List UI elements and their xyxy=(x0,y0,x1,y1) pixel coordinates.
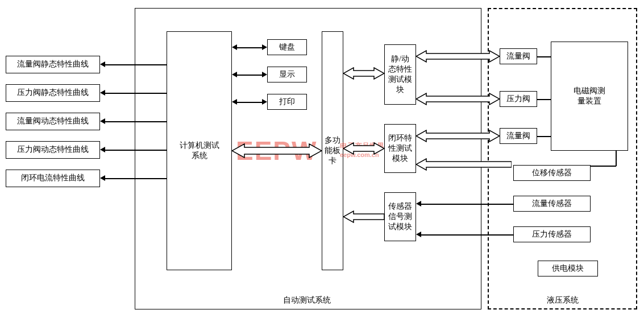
output-label: 压力阀静态特性曲线 xyxy=(17,88,89,98)
valve-flow-1: 流量阀 xyxy=(500,48,537,64)
peripheral-display: 显示 xyxy=(267,67,307,82)
output-flow-valve-static: 流量阀静态特性曲线 xyxy=(6,56,100,73)
arrow-line xyxy=(537,99,551,100)
arrow-line xyxy=(105,121,167,122)
multifunction-card-label: 多功 能板 卡 xyxy=(325,135,340,167)
arrow-head-left-icon xyxy=(100,147,105,152)
output-closed-loop-current: 闭环电流特性曲线 xyxy=(6,170,100,187)
module-static-dynamic: 静/动 态特性 测试模 块 xyxy=(384,44,416,105)
module-label: 闭环特 性测试 模块 xyxy=(388,133,412,164)
svg-marker-6 xyxy=(416,130,500,142)
open-double-arrow-icon xyxy=(416,50,500,63)
svg-marker-5 xyxy=(416,93,500,105)
arrow-line xyxy=(105,93,167,94)
multifunction-card: 多功 能板 卡 xyxy=(322,31,343,270)
svg-marker-4 xyxy=(416,51,500,62)
module-sensor-signal: 传感器 信号测 试模块 xyxy=(384,192,416,241)
arrow-head-left-icon xyxy=(100,61,105,67)
peripheral-keyboard: 键盘 xyxy=(267,39,307,55)
arrow-line xyxy=(537,56,551,57)
open-double-arrow-icon xyxy=(416,93,500,105)
arrow-line xyxy=(105,64,167,65)
sensor-label: 压力传感器 xyxy=(532,229,572,240)
valve-label: 流量阀 xyxy=(506,131,530,141)
svg-marker-3 xyxy=(343,211,384,222)
module-label: 静/动 态特性 测试模 块 xyxy=(388,54,412,96)
output-label: 闭环电流特性曲线 xyxy=(21,173,85,183)
arrow-head-right-icon xyxy=(262,44,267,50)
sensor-label: 位移传感器 xyxy=(532,168,572,178)
arrow-head-left-icon xyxy=(100,90,105,96)
solenoid-measure-device: 电磁阀测 量装置 xyxy=(551,42,628,151)
arrow-head-left-icon xyxy=(232,99,237,105)
power-label: 供电模块 xyxy=(552,263,584,274)
power-module: 供电模块 xyxy=(538,261,598,276)
arrow-line xyxy=(537,136,551,137)
output-pressure-valve-dynamic: 压力阀动态特性曲线 xyxy=(6,141,100,159)
auto-test-system-label: 自动测试系统 xyxy=(256,295,358,306)
peripheral-label: 显示 xyxy=(279,69,295,80)
open-double-arrow-icon xyxy=(343,67,384,80)
arrow-head-left-icon xyxy=(100,175,105,181)
arrow-line xyxy=(421,234,513,236)
open-double-arrow-icon xyxy=(232,143,322,158)
valve-pressure: 压力阀 xyxy=(500,91,537,107)
sensor-pressure: 压力传感器 xyxy=(513,226,591,242)
peripheral-print: 打印 xyxy=(267,94,307,110)
arrow-line xyxy=(421,204,513,205)
arrow-line xyxy=(235,102,264,103)
valve-flow-2: 流量阀 xyxy=(500,128,537,144)
arrow-head-left-icon xyxy=(416,232,421,237)
sensor-label: 流量传感器 xyxy=(532,199,572,209)
arrow-line xyxy=(105,178,167,179)
computer-test-system: 计算机测试 系统 xyxy=(167,31,232,270)
arrow-head-left-icon xyxy=(416,201,421,207)
open-arrow-left-icon xyxy=(416,158,512,171)
arrow-line xyxy=(591,166,616,167)
open-double-arrow-icon xyxy=(416,130,500,142)
arrow-head-left-icon xyxy=(232,44,237,50)
arrow-head-right-icon xyxy=(262,99,267,105)
arrow-line xyxy=(105,150,167,151)
sensor-flow: 流量传感器 xyxy=(513,196,591,212)
connector-line xyxy=(616,151,617,166)
sensor-displacement: 位移传感器 xyxy=(513,165,591,181)
hydraulic-system-label: 液压系统 xyxy=(529,295,597,306)
computer-test-system-label: 计算机测试 系统 xyxy=(180,141,219,161)
solenoid-label: 电磁阀测 量装置 xyxy=(574,86,605,106)
module-label: 传感器 信号测 试模块 xyxy=(388,201,412,233)
peripheral-label: 键盘 xyxy=(279,42,295,52)
svg-marker-2 xyxy=(343,143,384,154)
svg-marker-1 xyxy=(343,68,384,79)
output-label: 流量阀静态特性曲线 xyxy=(17,59,89,69)
arrow-line xyxy=(235,47,264,48)
arrow-head-left-icon xyxy=(100,118,105,124)
arrow-line xyxy=(235,75,264,76)
open-arrow-left-icon xyxy=(343,210,384,223)
arrow-head-right-icon xyxy=(262,72,267,77)
output-label: 压力阀动态特性曲线 xyxy=(17,145,89,155)
valve-label: 流量阀 xyxy=(506,51,530,61)
output-label: 流量阀动态特性曲线 xyxy=(17,116,89,126)
peripheral-label: 打印 xyxy=(279,97,295,107)
valve-label: 压力阀 xyxy=(506,94,530,104)
output-pressure-valve-static: 压力阀静态特性曲线 xyxy=(6,84,100,102)
open-double-arrow-icon xyxy=(343,142,384,155)
svg-marker-0 xyxy=(232,144,322,158)
arrow-head-left-icon xyxy=(232,72,237,77)
svg-marker-7 xyxy=(416,159,512,170)
module-closed-loop: 闭环特 性测试 模块 xyxy=(384,124,416,173)
output-flow-valve-dynamic: 流量阀动态特性曲线 xyxy=(6,113,100,130)
